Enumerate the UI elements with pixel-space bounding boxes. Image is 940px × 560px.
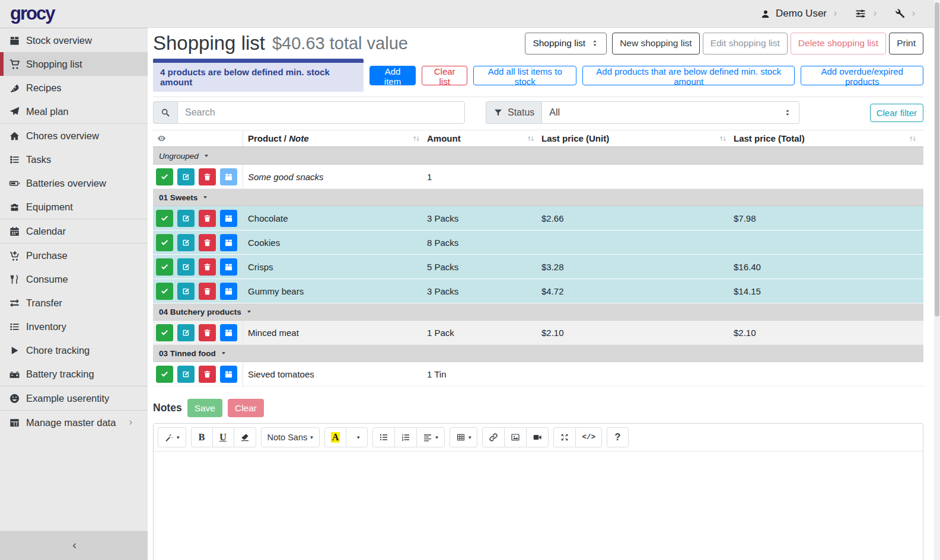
shopping-list-select[interactable]: Shopping list [525,33,607,55]
new-shopping-list-button[interactable]: New shopping list [612,33,699,55]
sidebar-item-meal-plan[interactable]: Meal plan [0,100,148,123]
mark-done-button[interactable] [156,168,173,185]
edit-item-button[interactable] [177,324,195,341]
edit-item-button[interactable] [177,168,195,185]
sidebar-item-transfer[interactable]: Transfer [0,291,148,315]
mark-done-button[interactable] [156,366,173,383]
mark-done-button[interactable] [156,234,173,251]
notes-save-button[interactable]: Save [187,399,222,417]
sidebar-item-recipes[interactable]: Recipes [0,76,148,100]
product-button[interactable] [220,283,237,300]
edit-item-button[interactable] [177,210,195,227]
sidebar-item-tasks[interactable]: Tasks [0,148,148,171]
style-button[interactable]: ▾ [158,427,186,447]
sidebar-item-calendar[interactable]: Calendar [0,219,148,243]
product-button[interactable] [220,210,237,227]
sidebar-item-batteries-overview[interactable]: Batteries overview [0,171,148,195]
group-row-tinned-food[interactable]: 03 Tinned food [153,345,923,362]
sidebar-item-battery-tracking[interactable]: Battery tracking [0,362,148,386]
clear-filter-button[interactable]: Clear filter [870,104,923,122]
page-scrollbar[interactable] [934,0,940,560]
product-button[interactable] [220,234,237,251]
paragraph-button[interactable]: ▾ [416,427,445,447]
product-column-header[interactable]: Product / Note [243,130,427,146]
group-row-ungrouped[interactable]: Ungrouped [153,148,923,165]
notes-edit-area[interactable] [154,452,923,560]
clear-formatting-button[interactable] [234,427,256,447]
total-price-column-header[interactable]: Last price (Total) [734,130,923,146]
mark-done-button[interactable] [156,283,173,300]
print-button[interactable]: Print [889,33,923,55]
add-below-min-button[interactable]: Add products that are below defined min.… [582,66,795,85]
product-button[interactable] [220,366,237,383]
unit-price-column-header[interactable]: Last price (Unit) [541,130,734,146]
scrollbar-thumb[interactable] [935,2,939,316]
user-menu[interactable]: Demo User [760,8,839,20]
insert-image-button[interactable] [504,427,527,447]
delete-item-button[interactable] [199,258,216,276]
product-button[interactable] [220,324,237,341]
caret-down-icon [246,309,252,315]
grocy-logo[interactable]: grocy [10,3,54,24]
add-item-button[interactable]: Add item [369,66,416,85]
filter-icon [493,108,503,117]
sidebar-item-consume[interactable]: Consume [0,267,148,291]
edit-item-button[interactable] [177,366,195,383]
notes-clear-button[interactable]: Clear [228,399,264,417]
settings-menu[interactable] [855,8,879,20]
sort-icon [412,134,421,143]
unordered-list-button[interactable] [372,427,395,447]
edit-icon [181,238,190,247]
code-view-button[interactable]: </> [575,427,602,447]
sidebar-item-example-userentity[interactable]: Example userentity [0,386,148,410]
add-all-to-stock-button[interactable]: Add all list items to stock [473,66,576,85]
sidebar-collapse-button[interactable] [0,531,148,560]
insert-video-button[interactable] [526,427,549,447]
mark-done-button[interactable] [156,324,173,341]
group-row-butchery[interactable]: 04 Butchery products [153,303,923,321]
status-select[interactable]: All [541,101,799,124]
sidebar-item-manage-master-data[interactable]: Manage master data [0,411,148,434]
last-price-total: $16.40 [734,262,923,272]
sidebar-item-chores-overview[interactable]: Chores overview [0,124,148,148]
font-color-dropdown-button[interactable]: ▾ [346,427,368,447]
sidebar-item-equipment[interactable]: Equipment [0,195,148,219]
clear-list-button[interactable]: Clear list [422,66,467,85]
edit-item-button[interactable] [177,234,195,251]
edit-item-button[interactable] [177,283,195,300]
edit-item-button[interactable] [177,258,195,276]
visibility-column-header[interactable] [153,130,243,146]
font-family-button[interactable]: Noto Sans▾ [261,427,320,447]
sidebar-item-stock-overview[interactable]: Stock overview [0,28,148,52]
group-row-sweets[interactable]: 01 Sweets [153,189,923,206]
delete-shopping-list-button[interactable]: Delete shopping list [791,33,886,55]
sidebar-item-inventory[interactable]: Inventory [0,315,148,338]
delete-item-button[interactable] [199,366,216,383]
mark-done-button[interactable] [156,210,173,227]
delete-item-button[interactable] [199,283,216,300]
font-color-button[interactable]: A [324,427,347,447]
delete-item-button[interactable] [199,234,216,251]
alert-progress-bar [153,59,364,63]
edit-shopping-list-button[interactable]: Edit shopping list [703,33,788,55]
fullscreen-button[interactable] [553,427,576,447]
amount-column-header[interactable]: Amount [427,130,541,146]
insert-link-button[interactable] [482,427,505,447]
ordered-list-button[interactable] [394,427,417,447]
admin-menu[interactable] [894,8,917,19]
mark-done-button[interactable] [156,258,173,276]
sidebar-item-chore-tracking[interactable]: Chore tracking [0,338,148,362]
delete-item-button[interactable] [199,210,216,227]
search-input[interactable] [177,101,465,124]
product-button[interactable] [220,258,237,276]
delete-item-button[interactable] [199,168,216,185]
underline-button[interactable]: U [212,427,234,447]
sidebar-item-shopping-list[interactable]: Shopping list [0,52,148,76]
bold-button[interactable]: B [191,427,213,447]
insert-table-button[interactable]: ▾ [450,427,478,447]
help-button[interactable]: ? [607,427,629,447]
delete-item-button[interactable] [199,324,216,341]
sidebar-item-purchase[interactable]: Purchase [0,244,148,267]
add-overdue-button[interactable]: Add overdue/expired products [801,66,923,85]
product-button[interactable] [220,168,237,185]
